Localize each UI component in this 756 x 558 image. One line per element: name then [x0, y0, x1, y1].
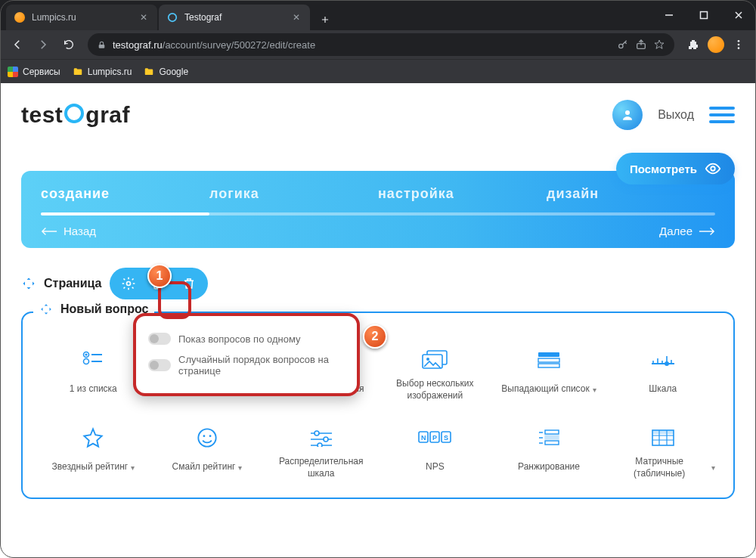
key-icon[interactable]	[617, 39, 629, 51]
bookmark-folder[interactable]: Google	[144, 67, 188, 77]
svg-rect-21	[538, 358, 559, 362]
svg-point-28	[324, 437, 328, 442]
minimize-button[interactable]	[652, 0, 686, 30]
toggle-row-randomize[interactable]: Случайный порядок вопросов на странице	[148, 349, 342, 381]
svg-rect-38	[545, 441, 559, 445]
toggle-switch[interactable]	[148, 359, 171, 371]
svg-point-19	[426, 358, 429, 361]
step-settings[interactable]: настройка	[378, 186, 547, 202]
menu-button[interactable]	[727, 33, 750, 56]
forward-button[interactable]	[32, 33, 54, 56]
new-question-panel: Новый вопрос 1 из списка Несколько из сп…	[21, 312, 735, 499]
chevron-down-icon: ▾	[711, 463, 715, 473]
svg-rect-36	[545, 430, 559, 434]
folder-icon	[73, 67, 83, 77]
qtype-star-rating[interactable]: Звездный рейтинг▾	[38, 417, 149, 490]
bookmarks-bar: Сервисы Lumpics.ru Google	[0, 59, 756, 83]
page-copy-button[interactable]	[147, 272, 170, 295]
drag-handle-icon[interactable]	[21, 276, 36, 291]
bookmark-folder[interactable]: Lumpics.ru	[73, 67, 132, 77]
svg-rect-22	[538, 364, 559, 367]
svg-point-9	[711, 166, 715, 171]
close-icon[interactable]: ✕	[290, 11, 302, 23]
nav-back[interactable]: Назад	[41, 225, 96, 237]
arrow-right-icon	[699, 227, 715, 236]
tab-title: Testograf	[184, 12, 284, 23]
qtype-single-choice[interactable]: 1 из списка	[38, 339, 149, 412]
svg-point-13	[85, 353, 88, 355]
apps-shortcut[interactable]: Сервисы	[8, 67, 60, 77]
folder-icon	[144, 67, 154, 77]
page-action-pill	[110, 268, 208, 299]
page-section-header: Страница	[21, 268, 735, 299]
window-close-button[interactable]	[721, 0, 756, 30]
tabs-strip: Lumpics.ru ✕ Testograf ✕	[0, 0, 652, 30]
apps-icon	[8, 67, 18, 77]
svg-point-23	[665, 361, 669, 366]
star-icon[interactable]	[653, 39, 665, 51]
step-design[interactable]: дизайн	[547, 186, 715, 202]
nps-icon: NPS	[418, 427, 451, 448]
svg-point-10	[126, 282, 130, 286]
close-icon[interactable]: ✕	[138, 11, 150, 23]
browser-tab[interactable]: Lumpics.ru ✕	[6, 5, 157, 30]
step-logic[interactable]: логика	[209, 186, 378, 202]
svg-point-8	[625, 110, 630, 115]
svg-point-25	[203, 435, 206, 437]
panel-title: Новый вопрос	[60, 302, 148, 316]
chevron-down-icon: ▾	[593, 385, 596, 395]
star-icon	[82, 427, 104, 448]
logo[interactable]: testgraf	[21, 102, 130, 128]
page-settings-button[interactable]	[117, 272, 140, 295]
url-host: testograf.ru/account/survey/500272/edit/…	[113, 39, 315, 51]
qtype-nps[interactable]: NPS NPS	[380, 417, 491, 490]
browser-chrome: Lumpics.ru ✕ Testograf ✕	[0, 0, 756, 83]
chevron-down-icon: ▾	[131, 463, 135, 473]
user-avatar[interactable]	[612, 100, 643, 130]
arrow-left-icon	[41, 227, 57, 236]
svg-point-3	[619, 44, 623, 48]
qtype-dropdown[interactable]: Выпадающий список▾	[494, 339, 605, 412]
maximize-button[interactable]	[686, 0, 721, 30]
step-create[interactable]: создание	[41, 186, 209, 202]
header-actions: Выход	[612, 100, 735, 130]
toggle-row-single-question[interactable]: Показ вопросов по одному	[148, 328, 342, 349]
qtype-ranking[interactable]: Ранжирование	[494, 417, 605, 490]
page-delete-button[interactable]	[178, 272, 200, 295]
browser-tab-active[interactable]: Testograf ✕	[159, 5, 310, 30]
page-settings-dropdown: Показ вопросов по одному Случайный поряд…	[133, 313, 360, 396]
gear-icon	[121, 276, 136, 291]
svg-point-7	[738, 47, 740, 49]
favicon-icon	[14, 11, 26, 23]
address-bar[interactable]: testograf.ru/account/survey/500272/edit/…	[88, 33, 674, 56]
svg-point-5	[738, 40, 740, 42]
toggle-switch[interactable]	[148, 333, 171, 345]
svg-point-14	[84, 359, 89, 364]
share-icon[interactable]	[635, 39, 647, 51]
trash-icon	[182, 277, 196, 290]
images-icon	[422, 349, 448, 370]
new-tab-button[interactable]	[314, 9, 336, 30]
back-button[interactable]	[6, 33, 29, 56]
logo-o-icon	[64, 104, 84, 123]
qtype-slider[interactable]: Распределительная шкала	[265, 417, 376, 490]
qtype-scale[interactable]: Шкала	[607, 339, 718, 412]
browser-toolbar: testograf.ru/account/survey/500272/edit/…	[0, 30, 756, 59]
svg-rect-20	[538, 352, 559, 357]
qtype-smile-rating[interactable]: Смайл рейтинг▾	[152, 417, 263, 490]
menu-icon[interactable]	[709, 107, 735, 123]
preview-button[interactable]: Посмотреть	[616, 153, 735, 184]
svg-point-26	[209, 435, 212, 437]
profile-avatar[interactable]	[708, 36, 724, 53]
chevron-down-icon: ▾	[238, 463, 242, 473]
qtype-image-multi[interactable]: Выбор нескольких изображений	[380, 339, 491, 412]
logout-link[interactable]: Выход	[658, 108, 694, 122]
tab-title: Lumpics.ru	[32, 12, 132, 23]
drag-handle-icon[interactable]	[39, 302, 53, 316]
svg-text:P: P	[432, 434, 437, 442]
qtype-matrix[interactable]: Матричные (табличные)▾	[607, 417, 718, 490]
ranking-icon	[538, 427, 560, 448]
extensions-button[interactable]	[682, 33, 705, 56]
reload-button[interactable]	[57, 33, 80, 56]
nav-next[interactable]: Далее	[659, 225, 715, 237]
